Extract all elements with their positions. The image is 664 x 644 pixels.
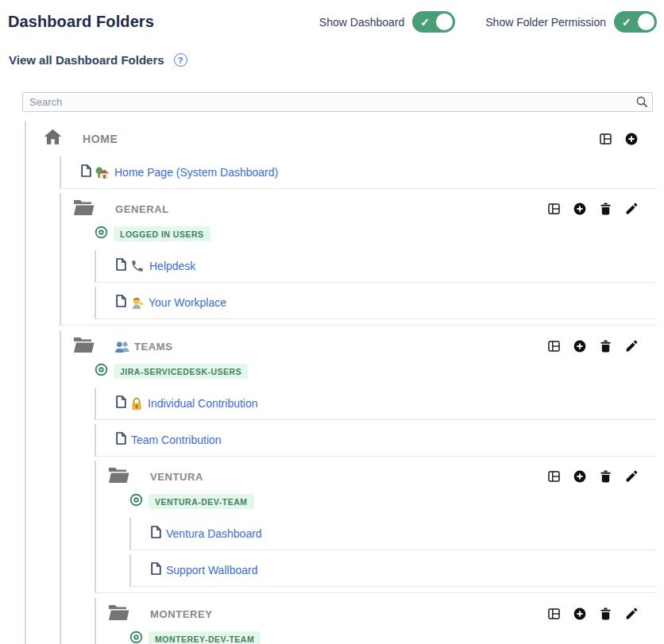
trash-icon [600,470,612,483]
delete-button[interactable] [600,607,612,620]
plus-icon [625,133,638,145]
dashboard-link-your-workplace[interactable]: Your Workplace [149,296,226,309]
dashboard-panel-button[interactable] [548,608,560,619]
search-icon [635,95,648,111]
eye-icon [129,631,143,644]
page-icon [151,562,161,578]
add-button[interactable] [573,470,586,483]
pencil-icon [625,340,638,353]
permission-badge: JIRA-SERVICEDESK-USERS [114,364,248,379]
dashboard-link-team-contribution[interactable]: Team Contribution [131,434,222,446]
header: Dashboard Folders Show Dashboard ✓ Show … [8,11,657,33]
show-dashboard-toggle[interactable]: ✓ [412,11,455,33]
permission-row: MONTEREY-DEV-TEAM [96,630,657,644]
tree-node-your-workplace: Your Workplace [95,287,657,319]
pencil-icon [625,607,638,620]
folder-label-general: GENERAL [115,203,169,215]
dashboard-panel-icon [600,133,612,145]
add-button[interactable] [625,133,638,145]
dashboard-panel-button[interactable] [548,203,560,214]
dashboard-link-helpdesk[interactable]: Helpdesk [149,260,195,272]
show-folder-permission-toggle[interactable]: ✓ [614,11,657,33]
tree-node-home-page: Home Page (System Dashboard) [60,156,657,189]
eye-icon [95,363,108,380]
dashboard-panel-icon [548,341,560,352]
trash-icon [600,340,612,353]
home-label: HOME [83,133,118,145]
dashboard-folders-page: Dashboard Folders Show Dashboard ✓ Show … [0,0,664,644]
house-with-garden-icon [95,166,110,179]
plus-icon [573,470,586,483]
folder-icon [72,198,95,220]
folder-icon [107,603,130,625]
permission-row: LOGGED IN USERS [61,225,657,250]
tree-node-team-contribution: Team Contribution [95,424,657,457]
busts-in-silhouette-icon [115,341,129,353]
dashboard-link-home-page[interactable]: Home Page (System Dashboard) [114,166,278,179]
folder-label-teams: TEAMS [134,341,173,353]
folder-icon [107,465,130,488]
tree-node-ventura-dashboard: Ventura Dashboard [129,518,657,550]
edit-button[interactable] [625,607,638,620]
toggle-knob [638,13,654,30]
show-folder-permission-label: Show Folder Permission [485,16,606,29]
plus-icon [573,340,586,353]
tree-node-support-wallboard: Support Wallboard [129,554,657,587]
help-icon[interactable]: ? [174,53,187,67]
toggle-zone: Show Dashboard ✓ Show Folder Permission … [319,11,657,33]
tree-node-individual-contribution: Individual Contribution [95,388,657,420]
page-icon [116,258,126,274]
delete-button[interactable] [600,340,612,353]
permission-badge: MONTEREY-DEV-TEAM [149,631,261,644]
edit-button[interactable] [625,470,638,483]
plus-icon [573,202,586,215]
lock-icon [130,397,143,411]
dashboard-panel-button[interactable] [548,341,560,352]
dashboard-panel-button[interactable] [600,133,612,145]
page-icon [81,164,91,180]
pencil-icon [625,202,638,215]
edit-button[interactable] [625,340,638,353]
show-dashboard-label: Show Dashboard [319,16,404,29]
tree-node-monterey: MONTEREY [95,598,657,644]
toggle-check-icon: ✓ [420,15,430,28]
dashboard-panel-button[interactable] [548,471,560,482]
tree-node-teams: TEAMS [60,330,657,644]
dashboard-panel-icon [548,608,560,619]
page-icon [116,295,126,310]
folder-icon [72,335,95,357]
toggle-knob [436,13,453,30]
folder-label-ventura: VENTURA [150,471,203,483]
page-icon [116,395,126,411]
pencil-icon [625,470,638,483]
delete-button[interactable] [600,202,612,215]
edit-button[interactable] [625,202,638,215]
person-tipping-hand-icon [130,296,144,310]
delete-button[interactable] [600,470,612,483]
search-input[interactable] [22,92,653,112]
show-dashboard-group: Show Dashboard ✓ [319,11,455,33]
dashboard-link-ventura-dashboard[interactable]: Ventura Dashboard [166,527,262,540]
trash-icon [600,607,612,620]
eye-icon [95,226,108,242]
show-folder-permission-group: Show Folder Permission ✓ [485,11,657,33]
tree-node-helpdesk: Helpdesk [95,250,657,283]
plus-icon [573,607,586,620]
permission-row: VENTURA-DEV-TEAM [96,492,657,518]
dashboard-link-support-wallboard[interactable]: Support Wallboard [166,564,257,577]
folder-label-monterey: MONTEREY [150,608,212,620]
add-button[interactable] [573,202,586,215]
add-button[interactable] [573,340,586,353]
toggle-check-icon: ✓ [622,15,631,28]
page-icon [116,432,126,448]
permission-badge: VENTURA-DEV-TEAM [149,494,254,509]
dashboard-link-individual-contribution[interactable]: Individual Contribution [148,397,258,410]
view-all-link[interactable]: View all Dashboard Folders [9,53,164,67]
home-icon [42,127,64,151]
page-title: Dashboard Folders [8,13,154,31]
tree-node-home: HOME [25,121,657,644]
dashboard-panel-icon [548,203,560,214]
add-button[interactable] [573,607,586,620]
tree-node-general: GENERAL [60,193,657,326]
phone-receiver-icon [130,259,145,273]
